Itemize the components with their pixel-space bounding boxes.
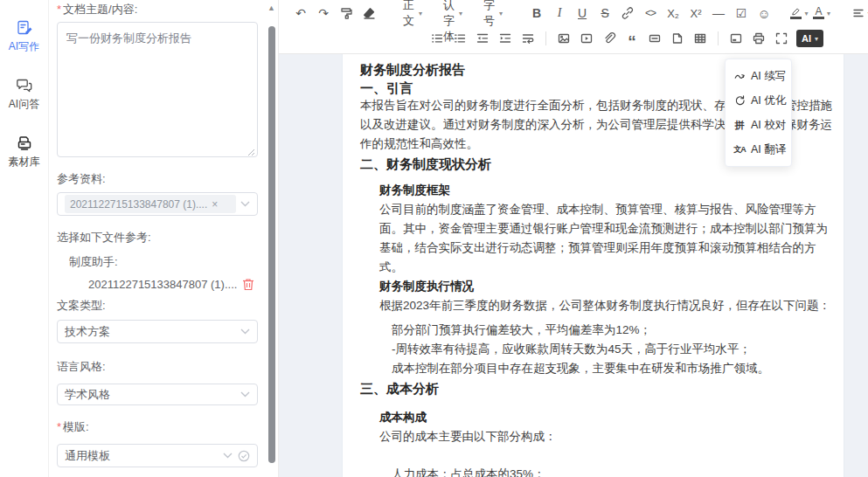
line-break-button[interactable] bbox=[517, 28, 538, 49]
ai-writing-icon bbox=[16, 19, 33, 37]
task-list-button[interactable]: ☑ bbox=[731, 3, 752, 24]
doc-list-item: 人力成本：占总成本的35%； bbox=[392, 465, 837, 477]
highlight-pen-icon bbox=[790, 7, 802, 16]
doc-subheading: 财务制度框架 bbox=[379, 181, 837, 200]
strikethrough-button[interactable]: S bbox=[594, 3, 615, 24]
left-nav: AI写作 AI问答 素材库 bbox=[0, 0, 49, 477]
material-library-icon bbox=[16, 135, 33, 152]
align-button[interactable]: ▾ bbox=[851, 3, 868, 24]
proofread-icon: 拼 bbox=[733, 119, 746, 132]
undo-button[interactable]: ↶ bbox=[290, 3, 311, 24]
sidebar-item-material-library[interactable]: 素材库 bbox=[9, 135, 40, 169]
template-select[interactable]: 通用模板 bbox=[57, 444, 258, 467]
app-root: AI写作 AI问答 素材库 *文档主题/内容: 写一份财务制度分析报告 bbox=[0, 0, 868, 477]
menu-item-ai-translate[interactable]: 文A AI 翻译 bbox=[726, 137, 791, 162]
doc-list-item: -周转效率有待提高，应收账款周转天数为45天，高于行业平均水平； bbox=[392, 340, 837, 359]
topic-input[interactable]: 写一份财务制度分析报告 bbox=[57, 22, 258, 157]
style-select[interactable]: 学术风格 bbox=[57, 384, 258, 405]
insert-table-button[interactable] bbox=[690, 28, 711, 49]
sidebar-item-label: AI写作 bbox=[9, 39, 39, 54]
indent-button[interactable] bbox=[495, 28, 516, 49]
menu-item-ai-optimize[interactable]: AI 优化 bbox=[726, 88, 791, 113]
sidebar-item-ai-qa[interactable]: AI问答 bbox=[9, 77, 39, 112]
superscript-button[interactable]: X² bbox=[685, 3, 706, 24]
menu-item-ai-continue[interactable]: AI 续写 bbox=[726, 64, 791, 88]
underline-button[interactable]: U bbox=[572, 3, 593, 24]
reference-select[interactable]: 2021122715133847807 (1)....× bbox=[57, 192, 258, 216]
resize-handle-icon[interactable] bbox=[247, 149, 255, 156]
caret-down-icon: ▾ bbox=[499, 10, 503, 17]
link-button[interactable] bbox=[617, 3, 638, 24]
paragraph-style-select[interactable]: 正文▾ bbox=[396, 3, 429, 24]
divider-block-button[interactable] bbox=[644, 28, 665, 49]
check-circle-icon bbox=[238, 450, 250, 462]
editor-toolbar: ↶ ↷ 正文▾ 默认字体▾ bbox=[279, 0, 868, 54]
horizontal-rule-button[interactable]: — bbox=[708, 3, 729, 24]
eraser-icon bbox=[362, 6, 376, 20]
panel-scrollbar[interactable]: ▲ bbox=[265, 0, 278, 477]
scroll-up-icon[interactable]: ▲ bbox=[267, 3, 275, 12]
bold-button[interactable]: B bbox=[526, 3, 547, 24]
bullet-list-icon bbox=[430, 31, 444, 45]
fullscreen-icon bbox=[774, 31, 788, 45]
line-break-icon bbox=[521, 31, 535, 45]
highlight-color-button[interactable]: ▾ bbox=[788, 3, 809, 24]
italic-button[interactable]: I bbox=[549, 3, 570, 24]
print-button[interactable] bbox=[748, 28, 769, 49]
table-icon bbox=[693, 31, 707, 45]
clear-format-button[interactable] bbox=[358, 3, 379, 24]
bullet-list-button[interactable] bbox=[427, 28, 448, 49]
insert-video-button[interactable] bbox=[576, 28, 597, 49]
inline-code-button[interactable]: <> bbox=[640, 3, 661, 24]
doc-subheading: 财务制度执行情况 bbox=[379, 277, 837, 296]
scrollbar-thumb[interactable] bbox=[268, 26, 275, 463]
required-asterisk: * bbox=[57, 3, 61, 16]
image-icon bbox=[557, 31, 571, 45]
copy-type-select[interactable]: 技术方案 bbox=[57, 320, 258, 343]
continue-writing-icon bbox=[733, 70, 746, 82]
doc-paragraph: 公司的成本主要由以下部分构成： bbox=[379, 427, 837, 446]
topic-label: *文档主题/内容: bbox=[57, 2, 258, 17]
delete-file-icon[interactable] bbox=[242, 278, 254, 291]
code-block-button[interactable] bbox=[667, 28, 688, 49]
divider-box-icon bbox=[648, 31, 662, 45]
required-asterisk: * bbox=[57, 420, 61, 433]
doc-subheading: 成本构成 bbox=[379, 408, 837, 427]
sidebar-item-ai-writing[interactable]: AI写作 bbox=[9, 19, 39, 54]
doc-heading: 三、成本分析 bbox=[360, 380, 837, 397]
reference-file-row: 2021122715133847807 (1).... bbox=[88, 278, 258, 291]
indent-icon bbox=[498, 31, 512, 45]
ai-qa-icon bbox=[16, 77, 33, 94]
toolbar-divider bbox=[545, 31, 546, 45]
toolbar-row-2: “ bbox=[279, 26, 868, 51]
translate-icon: 文A bbox=[733, 144, 746, 156]
format-painter-button[interactable] bbox=[336, 3, 357, 24]
subscript-button[interactable]: X₂ bbox=[663, 3, 684, 24]
sidebar-item-label: 素材库 bbox=[9, 155, 40, 169]
format-painter-icon bbox=[339, 6, 353, 20]
writing-form-panel: *文档主题/内容: 写一份财务制度分析报告 参考资料: 202112271513… bbox=[50, 0, 265, 477]
panel-view-button[interactable] bbox=[726, 28, 746, 49]
fullscreen-button[interactable] bbox=[771, 28, 792, 49]
font-family-select[interactable]: 默认字体▾ bbox=[436, 3, 469, 24]
font-size-select[interactable]: 字号▾ bbox=[476, 3, 510, 24]
attachment-button[interactable] bbox=[599, 28, 620, 49]
blockquote-button[interactable]: “ bbox=[621, 28, 642, 49]
redo-button[interactable]: ↷ bbox=[313, 3, 334, 24]
chevron-down-icon bbox=[240, 201, 250, 207]
reference-label: 参考资料: bbox=[57, 171, 258, 187]
reference-tag-chip: 2021122715133847807 (1)....× bbox=[65, 195, 236, 213]
outdent-button[interactable] bbox=[472, 28, 493, 49]
insert-image-button[interactable] bbox=[553, 28, 574, 49]
toolbar-row-1: ↶ ↷ 正文▾ 默认字体▾ bbox=[279, 0, 868, 26]
menu-item-ai-proofread[interactable]: 拼 AI 校对 bbox=[726, 113, 791, 137]
ai-menu-button[interactable]: AI ▾ bbox=[796, 30, 823, 47]
ordered-list-button[interactable] bbox=[449, 28, 470, 49]
remove-tag-icon[interactable]: × bbox=[212, 198, 218, 211]
copy-type-label: 文案类型: bbox=[57, 298, 258, 314]
font-color-button[interactable]: A ▾ bbox=[811, 3, 832, 24]
doc-list-item: 部分部门预算执行偏差较大，平均偏差率为12%； bbox=[392, 321, 837, 340]
doc-paragraph: 根据2023年前三季度的财务数据，公司整体财务制度执行情况良好，但存在以下问题： bbox=[379, 296, 837, 315]
template-label: *模版: bbox=[57, 419, 258, 435]
emoji-button[interactable]: ☺ bbox=[753, 3, 774, 24]
